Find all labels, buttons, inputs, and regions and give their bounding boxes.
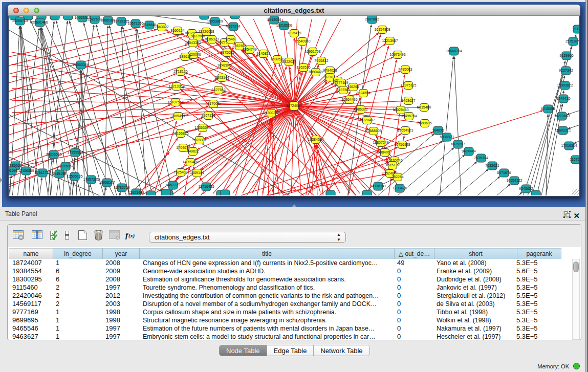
- svg-text:23975857: 23975857: [57, 164, 73, 168]
- svg-text:9242848: 9242848: [217, 63, 231, 67]
- svg-text:8813054: 8813054: [267, 18, 281, 21]
- svg-text:19384554: 19384554: [308, 138, 323, 141]
- svg-text:10025453: 10025453: [393, 108, 408, 112]
- svg-text:(x): (x): [128, 233, 135, 239]
- svg-text:9129966: 9129966: [559, 54, 573, 57]
- svg-text:16154808: 16154808: [374, 28, 390, 31]
- svg-text:14099489: 14099489: [182, 160, 198, 164]
- svg-text:10973493: 10973493: [389, 53, 405, 56]
- svg-text:746266: 746266: [347, 85, 359, 89]
- svg-text:13353594: 13353594: [194, 126, 210, 129]
- svg-text:14055713: 14055713: [12, 19, 28, 23]
- svg-text:252254: 252254: [391, 175, 403, 179]
- svg-text:16543382: 16543382: [185, 41, 201, 45]
- svg-text:817008: 817008: [207, 102, 219, 105]
- svg-text:5938923: 5938923: [440, 135, 453, 139]
- svg-text:2367608: 2367608: [232, 44, 246, 48]
- svg-text:8186323: 8186323: [205, 37, 219, 41]
- svg-text:10958107: 10958107: [99, 181, 115, 184]
- svg-text:17957225: 17957225: [83, 178, 99, 181]
- svg-text:10719155: 10719155: [113, 19, 129, 23]
- svg-text:9699695: 9699695: [418, 121, 431, 125]
- svg-text:7625402: 7625402: [173, 170, 187, 174]
- svg-text:7986372: 7986372: [354, 107, 367, 111]
- svg-text:15692921: 15692921: [555, 128, 571, 132]
- svg-text:25300215: 25300215: [263, 111, 279, 115]
- svg-text:1244415: 1244415: [556, 97, 570, 100]
- svg-text:12923448: 12923448: [128, 191, 144, 194]
- svg-text:7632621: 7632621: [485, 164, 499, 167]
- svg-text:1527602: 1527602: [88, 17, 101, 21]
- svg-text:9327508: 9327508: [191, 34, 205, 38]
- svg-text:8471676: 8471676: [497, 171, 511, 174]
- svg-text:12505135: 12505135: [67, 174, 82, 178]
- svg-text:9777169: 9777169: [334, 81, 348, 84]
- svg-text:9463627: 9463627: [401, 99, 415, 102]
- svg-text:3267130: 3267130: [201, 114, 215, 117]
- svg-text:26053346: 26053346: [73, 63, 89, 67]
- svg-text:391591: 391591: [9, 169, 18, 172]
- svg-text:1469144: 1469144: [190, 171, 204, 174]
- svg-text:9245652: 9245652: [519, 187, 533, 190]
- svg-text:16107553: 16107553: [167, 100, 183, 104]
- svg-text:12213967: 12213967: [382, 39, 398, 42]
- svg-text:12213369: 12213369: [168, 84, 184, 88]
- svg-text:10671355: 10671355: [127, 21, 143, 25]
- svg-text:1325419: 1325419: [287, 31, 301, 35]
- svg-text:9474444: 9474444: [462, 149, 475, 153]
- svg-text:3624554: 3624554: [356, 91, 370, 95]
- svg-text:9084067: 9084067: [378, 150, 391, 154]
- svg-text:1965491: 1965491: [171, 114, 185, 118]
- svg-text:20206535: 20206535: [46, 152, 61, 156]
- svg-text:9794028: 9794028: [323, 69, 337, 72]
- svg-text:17359934: 17359934: [67, 150, 83, 154]
- svg-text:15640910: 15640910: [294, 39, 310, 43]
- svg-text:7485063: 7485063: [398, 68, 412, 71]
- svg-text:12342737: 12342737: [34, 171, 50, 174]
- svg-text:10688609: 10688609: [365, 129, 381, 133]
- svg-text:19166825: 19166825: [172, 132, 188, 135]
- svg-text:9227342: 9227342: [559, 69, 573, 72]
- svg-text:1145194: 1145194: [53, 172, 67, 176]
- svg-text:7955812: 7955812: [314, 59, 328, 62]
- svg-text:16782759: 16782759: [114, 186, 129, 189]
- svg-text:16961758: 16961758: [304, 50, 320, 53]
- svg-text:1704676: 1704676: [176, 146, 190, 149]
- svg-text:8427552: 8427552: [211, 88, 225, 92]
- svg-text:17016504: 17016504: [561, 144, 577, 147]
- svg-text:8322037: 8322037: [282, 60, 296, 63]
- svg-text:18807249: 18807249: [373, 141, 388, 144]
- svg-text:19654923: 19654923: [397, 128, 413, 132]
- svg-text:7663822: 7663822: [155, 25, 168, 29]
- svg-text:8215958: 8215958: [541, 107, 555, 111]
- svg-text:14136141: 14136141: [370, 184, 386, 188]
- svg-text:10756928: 10756928: [394, 143, 410, 146]
- svg-text:9115460: 9115460: [418, 105, 431, 109]
- svg-text:164095: 164095: [432, 128, 444, 132]
- svg-text:8454749: 8454749: [243, 48, 256, 51]
- svg-text:1733426: 1733426: [393, 186, 406, 190]
- svg-text:15716485: 15716485: [198, 185, 214, 188]
- svg-text:6879197: 6879197: [451, 142, 465, 146]
- svg-text:12093822: 12093822: [557, 83, 573, 87]
- svg-text:6497568: 6497568: [336, 88, 350, 92]
- svg-text:9457771: 9457771: [166, 183, 180, 187]
- svg-text:1615132: 1615132: [385, 163, 399, 167]
- svg-text:449822: 449822: [187, 149, 199, 153]
- svg-text:2935114: 2935114: [474, 156, 488, 160]
- svg-text:11120: 11120: [573, 27, 579, 31]
- svg-text:16053809: 16053809: [207, 19, 223, 23]
- svg-text:10654122: 10654122: [506, 179, 522, 182]
- svg-text:15495754: 15495754: [401, 114, 417, 118]
- svg-text:18724007: 18724007: [286, 104, 302, 107]
- svg-text:9146821: 9146821: [256, 52, 270, 55]
- svg-text:8660124: 8660124: [170, 29, 184, 32]
- svg-text:20364436: 20364436: [341, 98, 357, 101]
- svg-text:16648784: 16648784: [446, 49, 462, 53]
- svg-text:12975115: 12975115: [401, 83, 417, 87]
- svg-text:2687682: 2687682: [365, 17, 379, 21]
- svg-text:15720407: 15720407: [359, 118, 375, 122]
- svg-text:3875685: 3875685: [220, 51, 234, 54]
- svg-text:16210643: 16210643: [554, 114, 570, 118]
- svg-text:1362615: 1362615: [296, 65, 310, 69]
